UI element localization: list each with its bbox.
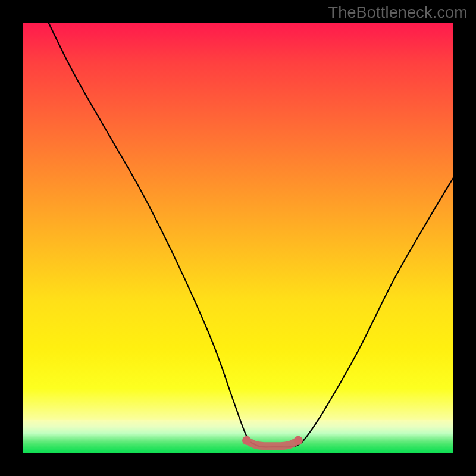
curve-layer — [23, 23, 453, 453]
optimal-zone-endpoint — [242, 436, 251, 445]
bottleneck-curve-path — [48, 23, 453, 447]
optimal-zone-endpoint — [294, 436, 303, 445]
plot-area — [23, 23, 453, 453]
chart-frame: TheBottleneck.com — [0, 0, 476, 476]
watermark-text: TheBottleneck.com — [328, 4, 468, 22]
optimal-zone-path — [246, 440, 298, 446]
